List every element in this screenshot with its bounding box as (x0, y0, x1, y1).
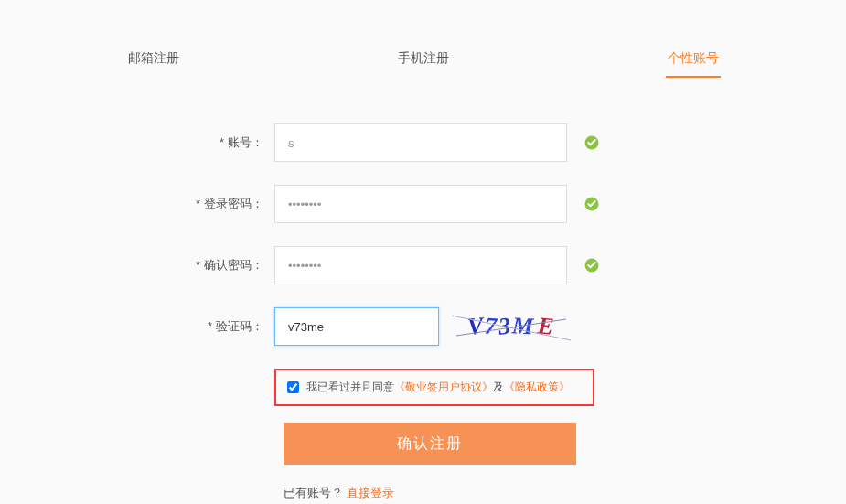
bottom-text: 已有账号？ 直接登录 (284, 485, 846, 501)
tab-email-register[interactable]: 邮箱注册 (126, 41, 181, 78)
password-row: *登录密码： (0, 185, 846, 223)
captcha-row: *验证码： V73ME (0, 307, 846, 346)
check-icon (584, 196, 600, 212)
tab-personal-account[interactable]: 个性账号 (666, 41, 721, 78)
confirm-password-row: *确认密码： (0, 246, 846, 284)
confirm-password-input[interactable] (274, 246, 567, 284)
user-agreement-link[interactable]: 《敬业签用户协议》 (394, 380, 493, 395)
check-icon (584, 134, 600, 151)
captcha-label: *验证码： (0, 318, 274, 335)
required-asterisk: * (208, 319, 212, 333)
agreement-and: 及 (493, 380, 504, 395)
login-link[interactable]: 直接登录 (347, 486, 394, 499)
password-label: *登录密码： (0, 196, 274, 212)
tabs: 邮箱注册 手机注册 个性账号 (0, 0, 846, 78)
registration-container: 邮箱注册 手机注册 个性账号 *账号： *登录密码： (0, 0, 846, 501)
has-account-text: 已有账号？ (284, 486, 343, 499)
account-label: *账号： (0, 134, 274, 151)
tab-phone-register[interactable]: 手机注册 (396, 41, 451, 78)
required-asterisk: * (196, 197, 200, 210)
required-asterisk: * (196, 258, 200, 272)
captcha-input[interactable] (274, 307, 439, 346)
check-icon (584, 257, 600, 273)
privacy-policy-link[interactable]: 《隐私政策》 (504, 380, 570, 395)
agreement-text: 我已看过并且同意 (306, 380, 394, 395)
form-area: *账号： *登录密码： (0, 78, 846, 501)
submit-button[interactable]: 确认注册 (284, 423, 576, 465)
required-asterisk: * (220, 135, 224, 149)
agreement-row: 我已看过并且同意 《敬业签用户协议》 及 《隐私政策》 (274, 369, 594, 406)
agreement-checkbox[interactable] (287, 381, 299, 393)
confirm-password-label: *确认密码： (0, 257, 274, 273)
account-input[interactable] (274, 123, 567, 162)
password-input[interactable] (274, 185, 567, 223)
captcha-image[interactable]: V73ME (452, 308, 571, 345)
account-row: *账号： (0, 123, 846, 162)
